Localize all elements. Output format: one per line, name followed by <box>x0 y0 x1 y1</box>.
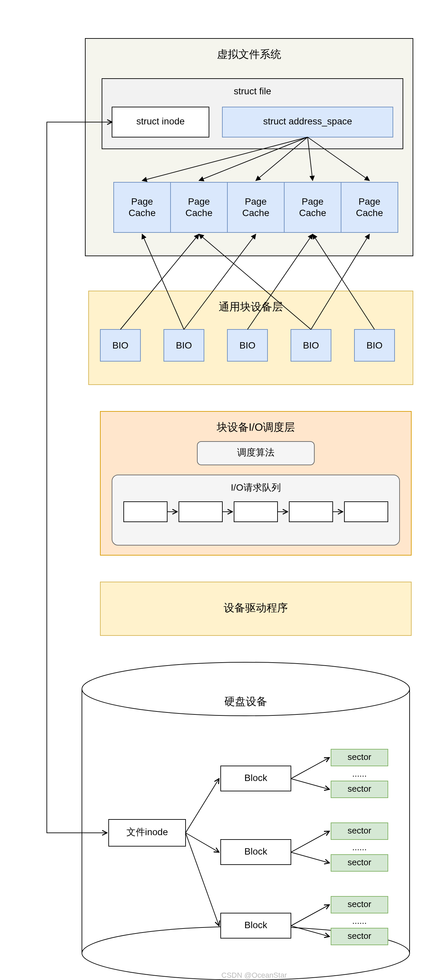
block-label-0: Block <box>245 773 267 783</box>
bio-2: BIO <box>227 329 267 361</box>
block-label-2: Block <box>245 920 267 930</box>
sector-label-5: sector <box>348 931 372 941</box>
page-cache-4: PageCache <box>341 182 398 232</box>
blockdev-title: 通用块设备层 <box>219 301 283 313</box>
watermark: CSDN @OceanStar <box>221 971 287 979</box>
blockdev-layer: 通用块设备层 BIO BIO BIO BIO BIO <box>89 234 413 385</box>
sector-dots-0: ...... <box>352 768 366 779</box>
bio-label-2: BIO <box>239 340 256 350</box>
svg-rect-31 <box>124 502 167 522</box>
disk-title: 硬盘设备 <box>224 695 267 707</box>
svg-rect-33 <box>234 502 278 522</box>
page-cache-3: PageCache <box>284 182 341 232</box>
struct-file-box: struct file struct inode struct address_… <box>102 79 403 149</box>
page-cache-group: PageCache PageCache PageCache PageCache … <box>114 182 398 232</box>
bio-4: BIO <box>355 329 394 361</box>
bio-label-0: BIO <box>112 340 129 350</box>
sector-label-4: sector <box>348 899 372 909</box>
page-cache-1: PageCache <box>170 182 227 232</box>
bio-3: BIO <box>291 329 331 361</box>
svg-rect-34 <box>289 502 333 522</box>
io-queue-label: I/O请求队列 <box>231 482 280 493</box>
page-cache-0: PageCache <box>114 182 170 232</box>
bio-0: BIO <box>100 329 140 361</box>
bio-label-4: BIO <box>366 340 383 350</box>
svg-rect-32 <box>179 502 223 522</box>
bio-label-1: BIO <box>176 340 192 350</box>
address-space-label: struct address_space <box>263 116 352 126</box>
sector-label-1: sector <box>348 784 372 794</box>
file-inode-label: 文件inode <box>126 827 168 837</box>
iosched-title: 块设备I/O调度层 <box>216 421 295 433</box>
block-label-1: Block <box>245 846 267 857</box>
bio-label-3: BIO <box>303 340 319 350</box>
sector-label-3: sector <box>348 857 372 867</box>
svg-rect-35 <box>344 502 388 522</box>
sector-label-0: sector <box>348 752 372 762</box>
struct-file-label: struct file <box>234 86 271 96</box>
sector-dots-1: ...... <box>352 842 366 852</box>
vfs-title: 虚拟文件系统 <box>217 48 281 60</box>
bio-1: BIO <box>164 329 204 361</box>
disk-layer: 硬盘设备 文件inode Block Block Block sector ..… <box>82 662 410 980</box>
sector-dots-2: ...... <box>352 916 366 926</box>
page-cache-2: PageCache <box>227 182 284 232</box>
sched-algo-label: 调度算法 <box>237 447 275 458</box>
vfs-layer: 虚拟文件系统 struct file struct inode struct a… <box>85 38 413 256</box>
queue-items <box>124 502 388 522</box>
driver-title: 设备驱动程序 <box>224 602 288 614</box>
driver-layer: 设备驱动程序 <box>100 582 411 635</box>
iosched-layer: 块设备I/O调度层 调度算法 I/O请求队列 <box>100 411 411 555</box>
sector-label-2: sector <box>348 826 372 835</box>
struct-inode-label: struct inode <box>137 116 185 126</box>
